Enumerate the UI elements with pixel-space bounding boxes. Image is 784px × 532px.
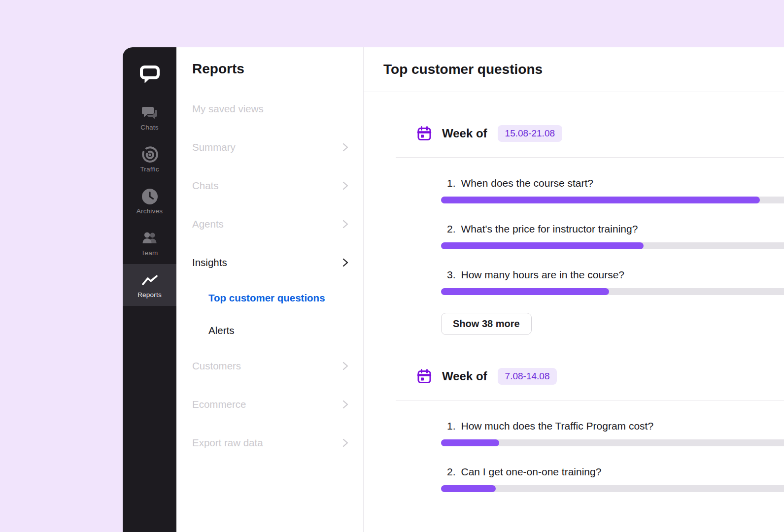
sidebar-item-label: Summary [192, 141, 342, 153]
sidebar-item-chats[interactable]: Chats [192, 166, 363, 205]
question-bar-track [441, 485, 784, 492]
question-bar-fill [441, 242, 644, 249]
week-header: Week of 15.08-21.08 [417, 124, 784, 143]
date-range-badge[interactable]: 15.08-21.08 [498, 125, 562, 142]
sidebar-item-label: Chats [192, 180, 342, 192]
chevron-right-icon [342, 438, 348, 448]
week-section: Week of 15.08-21.08 1. When does the cou… [364, 124, 784, 335]
app-window: Chats Traffic [123, 47, 784, 532]
question-item: 2. Can I get one-on-one training? [441, 466, 784, 492]
divider [396, 400, 784, 400]
team-icon [141, 230, 159, 247]
question-text: How much does the Traffic Program cost? [461, 420, 654, 432]
main-content: Top customer questions Week of [363, 47, 784, 532]
question-bar-fill [441, 288, 609, 295]
question-bar-fill [441, 485, 496, 492]
reports-menu: My saved views Summary Chats Agents [192, 90, 363, 462]
sidebar-item-label: Top customer questions [208, 292, 348, 304]
main-body: Week of 15.08-21.08 1. When does the cou… [364, 92, 784, 532]
question-text: Can I get one-on-one training? [461, 466, 602, 478]
chevron-right-icon [342, 142, 348, 152]
chevron-right-icon [342, 361, 348, 371]
reports-icon [141, 272, 158, 289]
nav-item-label: Archives [136, 207, 163, 215]
nav-item-team[interactable]: Team [123, 222, 176, 264]
show-more-button[interactable]: Show 38 more [441, 313, 532, 335]
chevron-right-icon [342, 219, 348, 229]
sidebar-item-top-customer-questions[interactable]: Top customer questions [192, 282, 363, 314]
calendar-icon [417, 126, 432, 141]
sidebar-item-alerts[interactable]: Alerts [192, 314, 363, 347]
chevron-right-icon [342, 399, 348, 409]
divider [396, 157, 784, 158]
week-label: Week of [442, 369, 487, 383]
week-label: Week of [442, 127, 487, 140]
traffic-icon [141, 146, 159, 163]
sidebar-item-label: My saved views [192, 103, 348, 115]
sidebar-item-customers[interactable]: Customers [192, 347, 363, 385]
sidebar-item-label: Customers [192, 360, 342, 372]
nav-item-reports[interactable]: Reports [123, 264, 176, 306]
primary-nav-rail: Chats Traffic [123, 47, 176, 532]
sidebar-item-insights[interactable]: Insights [192, 243, 363, 282]
sidebar-item-label: Agents [192, 218, 342, 230]
sidebar-item-summary[interactable]: Summary [192, 128, 363, 166]
question-bar-track [441, 242, 784, 249]
nav-item-archives[interactable]: Archives [123, 180, 176, 222]
page-title: Top customer questions [383, 62, 543, 77]
livechat-logo[interactable] [123, 47, 176, 97]
nav-item-label: Traffic [140, 166, 159, 173]
chats-icon [142, 104, 158, 121]
sidebar-item-export-raw-data[interactable]: Export raw data [192, 424, 363, 462]
nav-item-label: Team [141, 249, 158, 257]
archives-icon [141, 188, 158, 205]
sidebar-title: Reports [192, 61, 363, 77]
week-section: Week of 7.08-14.08 1. How much does the … [364, 366, 784, 492]
date-range-badge[interactable]: 7.08-14.08 [498, 368, 557, 385]
question-number: 3. [447, 269, 456, 281]
livechat-logo-icon [138, 62, 162, 86]
sidebar-item-label: Alerts [208, 325, 348, 336]
question-bar-track [441, 288, 784, 295]
question-text: What's the price for instructor training… [461, 223, 638, 235]
question-item: 3. How many hours are in the course? [441, 269, 784, 295]
question-bar-fill [441, 439, 499, 446]
question-item: 1. When does the course start? [441, 177, 784, 203]
week-header: Week of 7.08-14.08 [417, 366, 784, 386]
question-text: When does the course start? [461, 177, 593, 189]
nav-item-label: Chats [140, 124, 158, 131]
question-number: 2. [447, 466, 456, 478]
sidebar-item-agents[interactable]: Agents [192, 205, 363, 243]
calendar-icon [417, 368, 432, 384]
question-item: 1. How much does the Traffic Program cos… [441, 420, 784, 446]
question-number: 1. [447, 177, 456, 189]
reports-sidebar: Reports My saved views Summary Chats Age… [176, 47, 363, 532]
question-bar-track [441, 439, 784, 446]
chevron-right-icon [342, 181, 348, 191]
sidebar-item-label: Export raw data [192, 437, 342, 449]
nav-item-traffic[interactable]: Traffic [123, 138, 176, 180]
question-text: How many hours are in the course? [461, 269, 625, 281]
sidebar-item-ecommerce[interactable]: Ecommerce [192, 385, 363, 424]
nav-item-chats[interactable]: Chats [123, 97, 176, 138]
sidebar-item-my-saved-views[interactable]: My saved views [192, 90, 363, 128]
sidebar-item-label: Insights [192, 257, 342, 268]
question-bar-fill [441, 197, 760, 203]
question-item: 2. What's the price for instructor train… [441, 223, 784, 249]
question-bar-track [441, 197, 784, 203]
sidebar-item-label: Ecommerce [192, 399, 342, 410]
question-number: 2. [447, 223, 456, 235]
chevron-right-icon [342, 258, 348, 267]
nav-item-label: Reports [137, 291, 162, 299]
main-header: Top customer questions [364, 47, 784, 92]
question-number: 1. [447, 420, 456, 432]
